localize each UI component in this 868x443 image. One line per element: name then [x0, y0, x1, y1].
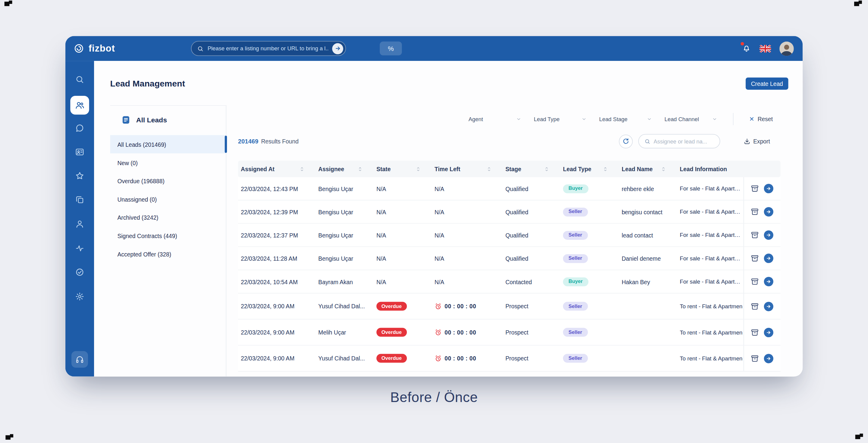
- column-header-lead-type[interactable]: Lead Type: [563, 161, 622, 177]
- archive-button[interactable]: [751, 302, 759, 310]
- arrow-right-icon: [766, 330, 771, 335]
- lead-list-item-label: Accepted Offer (328): [117, 250, 171, 257]
- cell-assignee: Bengisu Uçar: [318, 224, 376, 246]
- sidebar-item-settings[interactable]: [75, 292, 84, 301]
- cell-assignee: Yusuf Cihad Dal...: [318, 346, 376, 371]
- table-row[interactable]: 22/03/2024, 12:37 PMBengisu UçarN/AN/AQu…: [238, 224, 781, 247]
- assignee-search-input[interactable]: [654, 138, 714, 144]
- export-button[interactable]: Export: [743, 138, 770, 145]
- sidebar-item-listings[interactable]: [75, 195, 84, 204]
- lead-list-title: All Leads: [136, 116, 167, 124]
- open-lead-button[interactable]: [764, 207, 773, 216]
- notifications-bell-icon[interactable]: [742, 44, 751, 53]
- lead-list-item-unassigned-0[interactable]: Unassigned (0): [110, 190, 226, 208]
- cell-lead-type: Seller: [563, 247, 622, 270]
- countdown-timer: 00 : 00 : 00: [435, 329, 476, 336]
- sidebar-item-profile[interactable]: [75, 219, 84, 229]
- refresh-button[interactable]: [619, 134, 632, 148]
- cell-state: N/A: [376, 270, 435, 293]
- assignee-search: [638, 134, 720, 149]
- open-lead-button[interactable]: [764, 254, 773, 263]
- column-header-time-left[interactable]: Time Left: [435, 161, 505, 177]
- sidebar-item-activity[interactable]: [75, 244, 84, 253]
- table-row[interactable]: 22/03/2024, 9:00 AMYusuf Cihad Dal...Ove…: [238, 346, 781, 372]
- lead-list-item-archived-3242[interactable]: Archived (3242): [110, 208, 226, 227]
- archive-button[interactable]: [751, 184, 759, 193]
- lead-type-badge: Seller: [563, 354, 588, 362]
- archive-button[interactable]: [751, 354, 759, 362]
- sidebar-item-leads[interactable]: [70, 96, 89, 115]
- settings-icon: [75, 292, 84, 301]
- arrow-right-icon: [335, 45, 341, 52]
- cell-time-left: N/A: [435, 177, 505, 200]
- filter-dropdown-lead-type[interactable]: Lead Type: [534, 116, 587, 122]
- arrow-right-icon: [766, 304, 771, 309]
- results-label: Results Found: [261, 138, 299, 145]
- lead-list-item-overdue-196888[interactable]: Overdue (196888): [110, 172, 226, 190]
- table-row[interactable]: 22/03/2024, 11:28 AMBengisu UçarN/AN/AQu…: [238, 247, 781, 270]
- corner-marker: [4, 2, 10, 6]
- user-avatar[interactable]: [779, 41, 794, 56]
- open-lead-button[interactable]: [764, 230, 773, 240]
- cell-state: Overdue: [376, 293, 435, 319]
- cell-stage: Qualified: [505, 200, 563, 223]
- lead-status-list: All Leads All Leads (201469)New (0)Overd…: [110, 105, 227, 376]
- table-row[interactable]: 22/03/2024, 12:39 PMBengisu UçarN/AN/AQu…: [238, 200, 781, 224]
- cell-lead-name: [622, 319, 680, 345]
- lead-type-badge: Buyer: [563, 184, 588, 193]
- sidebar-item-contacts[interactable]: [75, 147, 84, 157]
- lead-list-item-signed-contracts-449[interactable]: Signed Contracts (449): [110, 227, 226, 245]
- archive-button[interactable]: [751, 254, 759, 262]
- archive-button[interactable]: [751, 208, 759, 216]
- cell-stage: Qualified: [505, 224, 563, 246]
- column-header-lead-name[interactable]: Lead Name: [622, 161, 680, 177]
- listing-search-input[interactable]: [208, 45, 328, 52]
- open-lead-button[interactable]: [764, 184, 773, 193]
- sidebar-item-support[interactable]: [71, 351, 88, 368]
- percent-tool-button[interactable]: %: [380, 41, 402, 56]
- sort-icon: [486, 166, 492, 172]
- cell-stage: Prospect: [505, 293, 563, 319]
- archive-button[interactable]: [751, 328, 759, 337]
- lead-list-item-new-0[interactable]: New (0): [110, 153, 226, 172]
- corner-marker: [855, 435, 861, 439]
- sidebar-item-messages[interactable]: [75, 124, 84, 133]
- archive-box-icon: [751, 184, 759, 193]
- sidebar-item-search[interactable]: [75, 75, 84, 84]
- sidebar-item-favorites[interactable]: [75, 171, 84, 181]
- table-toolbar: 201469 Results Found: [238, 134, 770, 149]
- sidebar-item-tasks[interactable]: [75, 267, 84, 277]
- column-header-assignee[interactable]: Assignee: [318, 161, 376, 177]
- open-lead-button[interactable]: [764, 353, 773, 363]
- lead-list-item-label: All Leads (201469): [117, 141, 166, 148]
- uk-flag-icon[interactable]: [760, 44, 771, 53]
- table-row[interactable]: 22/03/2024, 9:00 AMYusuf Cihad Dal...Ove…: [238, 293, 781, 319]
- open-lead-button[interactable]: [764, 327, 773, 337]
- open-lead-button[interactable]: [764, 277, 773, 286]
- archive-button[interactable]: [751, 278, 759, 286]
- filter-dropdown-agent[interactable]: Agent: [469, 116, 522, 122]
- column-header-state[interactable]: State: [376, 161, 435, 177]
- column-label: Assignee: [318, 165, 344, 172]
- lead-list-item-accepted-offer-328[interactable]: Accepted Offer (328): [110, 245, 226, 263]
- filter-dropdown-lead-channel[interactable]: Lead Channel: [664, 116, 718, 122]
- reset-filters-button[interactable]: ✕ Reset: [749, 116, 773, 123]
- lead-type-badge: Seller: [563, 207, 588, 216]
- lead-list-item-label: Archived (3242): [117, 214, 158, 221]
- table-row[interactable]: 22/03/2024, 12:43 PMBengisu UçarN/AN/AQu…: [238, 177, 781, 200]
- cell-lead-type: Seller: [563, 224, 622, 246]
- table-row[interactable]: 22/03/2024, 10:54 AMBayram AkanN/AN/ACon…: [238, 270, 781, 293]
- create-lead-button[interactable]: Create Lead: [746, 77, 788, 90]
- lead-list-item-all-leads-201469[interactable]: All Leads (201469): [110, 135, 226, 153]
- arrow-right-icon: [766, 256, 771, 261]
- filter-dropdown-lead-stage[interactable]: Lead Stage: [599, 116, 652, 122]
- open-lead-button[interactable]: [764, 302, 773, 311]
- cell-lead-name: lead contact: [622, 224, 680, 246]
- archive-button[interactable]: [751, 231, 759, 239]
- column-header-assigned-at[interactable]: Assigned At: [238, 161, 318, 177]
- column-header-stage[interactable]: Stage: [505, 161, 563, 177]
- lead-type-badge: Buyer: [563, 277, 588, 286]
- table-row[interactable]: 22/03/2024, 9:00 AMMelih UçarOverdue00 :…: [238, 319, 781, 345]
- listing-search-submit-button[interactable]: [332, 43, 343, 54]
- cell-lead-information: For sale - Flat & Apartm...: [680, 224, 744, 246]
